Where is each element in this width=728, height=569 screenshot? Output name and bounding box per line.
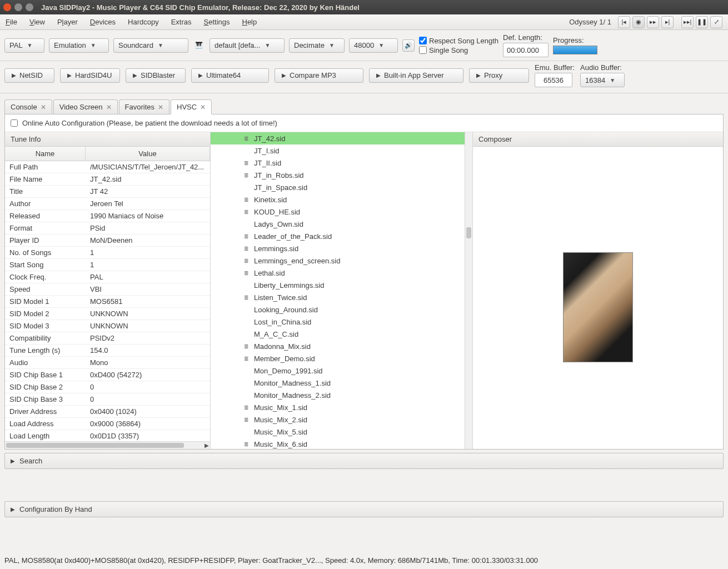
online-auto-check[interactable] [11, 119, 18, 127]
menu-file[interactable]: File [6, 18, 17, 26]
ultimate64-button[interactable]: ▶Ultimate64 [191, 68, 269, 83]
respect-length-check[interactable]: Respect Song Length [419, 37, 498, 45]
search-accordion[interactable]: ▶Search [4, 453, 724, 469]
tune-info-row[interactable]: Load Address0x9000 (36864) [5, 418, 210, 430]
tune-info-row[interactable]: TitleJT 42 [5, 186, 210, 198]
menu-player[interactable]: Player [57, 18, 78, 26]
tune-info-row[interactable]: Full Path/MUSICIANS/T/Tel_Jeroen/JT_42..… [5, 161, 210, 173]
file-row[interactable]: ≣Music_Mix_6.sid [211, 438, 472, 449]
col-value-header[interactable]: Value [86, 147, 210, 161]
tune-info-row[interactable]: AudioMono [5, 357, 210, 369]
tab-console[interactable]: Console✕ [4, 99, 52, 114]
file-row[interactable]: Liberty_Lemmings.sid [211, 279, 472, 291]
file-row[interactable]: ≣Madonna_Mix.sid [211, 340, 472, 352]
tune-info-row[interactable]: SID Model 3UNKNOWN [5, 320, 210, 332]
tune-info-row[interactable]: SID Model 2UNKNOWN [5, 308, 210, 320]
file-row[interactable]: ≣Lemmings.sid [211, 242, 472, 254]
pause-icon[interactable]: ❚❚ [696, 16, 708, 28]
proxy-button[interactable]: ▶Proxy [469, 68, 529, 83]
volume-icon[interactable]: 🔊 [402, 39, 415, 52]
single-song-check[interactable]: Single Song [419, 46, 498, 54]
close-icon[interactable]: ✕ [106, 103, 112, 111]
tune-info-row[interactable]: SpeedVBI [5, 283, 210, 296]
tune-info-row[interactable]: SID Model 1MOS6581 [5, 296, 210, 308]
tune-info-row[interactable]: File NameJT_42.sid [5, 173, 210, 186]
stop-icon[interactable]: ◉ [632, 16, 645, 28]
file-row[interactable]: ≣Member_Demo.sid [211, 352, 472, 365]
tune-info-row[interactable]: SID Chip Base 20 [5, 381, 210, 393]
next-track-icon[interactable]: ▸| [661, 16, 674, 28]
app-server-button[interactable]: ▶Built-in App Server [369, 68, 463, 83]
minimize-icon[interactable] [14, 3, 22, 11]
file-row[interactable]: ≣Listen_Twice.sid [211, 291, 472, 303]
menu-help[interactable]: Help [242, 18, 257, 26]
tune-info-row[interactable]: Start Song1 [5, 259, 210, 271]
collapse-icon[interactable]: ⤢ [710, 16, 722, 28]
menu-hardcopy[interactable]: Hardcopy [128, 18, 159, 26]
rate-combo[interactable]: 48000▼ [349, 38, 398, 53]
file-row[interactable]: M_A_C_C.sid [211, 328, 472, 340]
sidblaster-button[interactable]: ▶SIDBlaster [126, 68, 186, 83]
tune-info-row[interactable]: AuthorJeroen Tel [5, 198, 210, 210]
menu-settings[interactable]: Settings [204, 18, 230, 26]
fast-forward-icon[interactable]: ▸▸ [647, 16, 659, 28]
close-icon[interactable]: ✕ [41, 103, 46, 111]
pal-combo[interactable]: PAL▼ [4, 38, 44, 53]
file-row[interactable]: Mon_Demo_1991.sid [211, 365, 472, 377]
tune-info-row[interactable]: Tune Length (s)154.0 [5, 345, 210, 357]
close-icon[interactable] [3, 3, 11, 11]
file-row[interactable]: ≣JT_42.sid [211, 132, 472, 144]
file-row[interactable]: JT_in_Space.sid [211, 181, 472, 193]
tune-info-row[interactable]: SID Chip Base 30 [5, 393, 210, 406]
soundcard-combo[interactable]: Soundcard▼ [113, 38, 188, 53]
tune-info-row[interactable]: SID Chip Base 10xD400 (54272) [5, 369, 210, 381]
file-row[interactable]: ≣Music_Mix_1.sid [211, 401, 472, 413]
menu-extras[interactable]: Extras [171, 18, 192, 26]
skip-end-icon[interactable]: ▸▸| [681, 16, 694, 28]
emu-buffer-field[interactable]: 65536 [535, 73, 572, 87]
compare-mp3-button[interactable]: ▶Compare MP3 [275, 68, 363, 83]
close-icon[interactable]: ✕ [200, 103, 206, 111]
file-row[interactable]: ≣Leader_of_the_Pack.sid [211, 230, 472, 242]
file-row[interactable]: ≣Music_Mix_2.sid [211, 413, 472, 426]
tune-info-row[interactable]: Clock Freq.PAL [5, 271, 210, 283]
menu-view[interactable]: View [29, 18, 45, 26]
midi-icon[interactable]: 🎹 [193, 39, 205, 52]
tab-video-screen[interactable]: Video Screen✕ [53, 99, 118, 114]
file-row[interactable]: Looking_Around.sid [211, 303, 472, 316]
file-row[interactable]: Music_Mix_5.sid [211, 426, 472, 438]
maximize-icon[interactable] [26, 3, 33, 11]
file-row[interactable]: ≣JT_II.sid [211, 157, 472, 169]
file-list-vscroll[interactable] [465, 132, 472, 449]
file-row[interactable]: ≣Kinetix.sid [211, 193, 472, 206]
file-row[interactable]: Lost_in_China.sid [211, 316, 472, 328]
device-combo[interactable]: default [defa...▼ [210, 38, 285, 53]
file-row[interactable]: ≣Lethal.sid [211, 267, 472, 279]
emulation-combo[interactable]: Emulation▼ [49, 38, 109, 53]
config-accordion[interactable]: ▶Configuration By Hand [4, 501, 724, 517]
tune-info-row[interactable]: Released1990 Maniacs of Noise [5, 210, 210, 222]
hardsid-button[interactable]: ▶HardSID4U [60, 68, 120, 83]
netsid-button[interactable]: ▶NetSID [4, 68, 54, 83]
def-length-field[interactable]: 00:00.000 [503, 43, 549, 57]
tune-info-row[interactable]: No. of Songs1 [5, 247, 210, 259]
tune-info-row[interactable]: Load Length0x0D1D (3357) [5, 430, 210, 441]
close-icon[interactable]: ✕ [158, 103, 163, 111]
file-row[interactable]: ≣Lemmings_end_screen.sid [211, 254, 472, 267]
menu-devices[interactable]: Devices [90, 18, 116, 26]
file-row[interactable]: ≣JT_in_Robs.sid [211, 169, 472, 181]
prev-track-icon[interactable]: |◂ [618, 16, 630, 28]
file-row[interactable]: JT_I.sid [211, 144, 472, 157]
decimate-combo[interactable]: Decimate▼ [289, 38, 345, 53]
tune-info-row[interactable]: FormatPSid [5, 222, 210, 234]
tune-info-hscroll[interactable]: ▶ [5, 441, 210, 449]
tune-info-row[interactable]: CompatibilityPSIDv2 [5, 332, 210, 345]
col-name-header[interactable]: Name [5, 147, 86, 161]
audio-buffer-combo[interactable]: 16384▼ [580, 73, 625, 87]
file-row[interactable]: Monitor_Madness_1.sid [211, 377, 472, 389]
file-row[interactable]: ≣KOUD_HE.sid [211, 206, 472, 218]
file-row[interactable]: Ladys_Own.sid [211, 218, 472, 230]
tune-info-row[interactable]: Player IDMoN/Deenen [5, 234, 210, 247]
tune-info-row[interactable]: Driver Address0x0400 (1024) [5, 406, 210, 418]
tab-favorites[interactable]: Favorites✕ [119, 99, 169, 114]
